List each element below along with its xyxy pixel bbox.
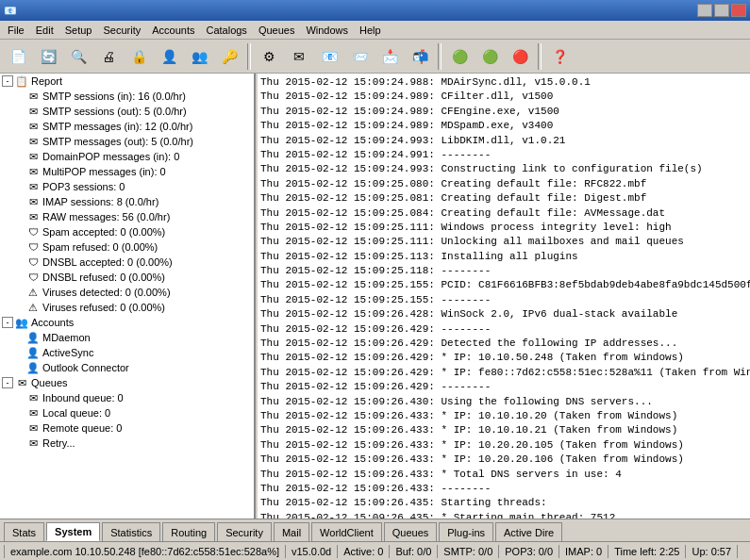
tree-item[interactable]: -📋Report	[0, 74, 254, 89]
tabs-bar: StatsSystemStatisticsRoutingSecurityMail…	[0, 519, 750, 541]
menu-item-windows[interactable]: Windows	[300, 23, 354, 38]
tree-item[interactable]: -👥Accounts	[0, 315, 254, 330]
user-button[interactable]: 👤	[155, 42, 183, 71]
title-icon: 📧	[4, 5, 17, 17]
tree-item[interactable]: ✉SMTP sessions (in): 16 (0.0/hr)	[0, 89, 254, 104]
tree-node-label: DNSBL refused: 0 (0.00%)	[42, 272, 165, 283]
tree-item[interactable]: ✉Inbound queue: 0	[0, 390, 254, 405]
menu-bar: FileEditSetupSecurityAccountsCatalogsQue…	[0, 21, 750, 40]
red-button[interactable]: 🔴	[506, 42, 534, 71]
refresh-button[interactable]: 🔄	[34, 42, 62, 71]
tree-node-icon: ✉	[26, 165, 40, 178]
green2-button[interactable]: 🟢	[475, 42, 504, 71]
tree-item[interactable]: 👤MDaemon	[0, 330, 254, 345]
menu-item-queues[interactable]: Queues	[253, 23, 301, 38]
tab-queues[interactable]: Queues	[384, 522, 438, 541]
new-message-button[interactable]: 📄	[4, 42, 32, 71]
log-line: Thu 2015-02-12 15:09:25.155: PCID: C81F6…	[260, 278, 748, 292]
menu-item-setup[interactable]: Setup	[59, 23, 98, 38]
log-line: Thu 2015-02-12 15:09:25.111: Windows pro…	[260, 221, 748, 235]
tree-node-label: Spam accepted: 0 (0.00%)	[42, 226, 165, 238]
log-line: Thu 2015-02-12 15:09:26.430: Using the f…	[260, 395, 748, 409]
status-smtp: SMTP: 0/0	[438, 545, 499, 558]
minimize-button[interactable]	[697, 4, 712, 17]
help-button[interactable]: ❓	[545, 42, 574, 71]
close-button[interactable]	[731, 4, 746, 17]
tree-node-icon: ✉	[26, 135, 40, 148]
tab-routing[interactable]: Routing	[162, 522, 215, 541]
lock-button[interactable]: 🔒	[125, 42, 153, 71]
tree-item[interactable]: ✉Remote queue: 0	[0, 420, 254, 436]
log-line: Thu 2015-02-12 15:09:24.989: CFEngine.ex…	[260, 105, 748, 119]
email3-button[interactable]: 📨	[345, 42, 374, 71]
tree-node-icon: ✉	[26, 150, 40, 163]
log-line: Thu 2015-02-12 15:09:26.433: * IP: 10.20…	[260, 438, 748, 453]
status-pop3: POP3: 0/0	[499, 545, 559, 558]
menu-item-edit[interactable]: Edit	[30, 23, 59, 38]
tab-mail[interactable]: Mail	[274, 522, 309, 541]
title-text: 📧	[4, 5, 21, 17]
tree-item[interactable]: 🛡Spam refused: 0 (0.00%)	[0, 239, 254, 255]
tab-plug-ins[interactable]: Plug-ins	[439, 522, 493, 541]
tab-stats[interactable]: Stats	[4, 522, 44, 541]
log-panel: Thu 2015-02-12 15:09:24.988: MDAirSync.d…	[258, 74, 750, 519]
email4-button[interactable]: 📩	[375, 42, 404, 71]
tree-node-icon: ✉	[15, 376, 28, 389]
tree-item[interactable]: ✉RAW messages: 56 (0.0/hr)	[0, 209, 254, 224]
tree-item[interactable]: ✉SMTP messages (in): 12 (0.0/hr)	[0, 119, 254, 134]
tree-item[interactable]: -✉Queues	[0, 375, 254, 390]
tree-item[interactable]: ⚠Viruses detected: 0 (0.00%)	[0, 285, 254, 300]
menu-item-catalogs[interactable]: Catalogs	[200, 23, 252, 38]
tab-system[interactable]: System	[46, 522, 100, 541]
sep2	[438, 43, 442, 70]
tree-node-icon: 🛡	[26, 225, 40, 239]
tree-expand-icon[interactable]: -	[2, 317, 13, 328]
tab-worldclient[interactable]: WorldClient	[311, 522, 382, 541]
tree-item[interactable]: ⚠Viruses refused: 0 (0.00%)	[0, 300, 254, 315]
log-line: Thu 2015-02-12 15:09:26.433: * IP: 10.10…	[260, 409, 748, 423]
tree-item[interactable]: 🛡DNSBL refused: 0 (0.00%)	[0, 270, 254, 285]
tree-item[interactable]: ✉Local queue: 0	[0, 405, 254, 420]
settings-button[interactable]: ⚙	[255, 42, 283, 71]
green1-button[interactable]: 🟢	[445, 42, 474, 71]
tree-node-icon: 🛡	[26, 271, 40, 284]
tree-expand-icon[interactable]: -	[2, 377, 13, 388]
tree-node-label: Inbound queue: 0	[42, 392, 124, 404]
tree-item[interactable]: 🛡DNSBL accepted: 0 (0.00%)	[0, 255, 254, 270]
email2-button[interactable]: 📧	[315, 42, 343, 71]
tree-node-icon: 📋	[15, 74, 28, 88]
log-line: Thu 2015-02-12 15:09:24.989: CFilter.dll…	[260, 90, 748, 104]
tree-item[interactable]: ✉SMTP messages (out): 5 (0.0/hr)	[0, 134, 254, 149]
tree-item[interactable]: 👤Outlook Connector	[0, 360, 254, 375]
filter-button[interactable]: 🔍	[64, 42, 92, 71]
email5-button[interactable]: 📬	[406, 42, 434, 71]
tree-item[interactable]: 🛡Spam accepted: 0 (0.00%)	[0, 224, 254, 239]
tree-node-icon: ⚠	[26, 301, 40, 314]
tree-item[interactable]: ✉IMAP sessions: 8 (0.0/hr)	[0, 194, 254, 209]
tab-security[interactable]: Security	[217, 522, 272, 541]
tab-active-dire[interactable]: Active Dire	[495, 522, 562, 541]
tree-node-icon: ✉	[26, 195, 40, 208]
tree-node-label: SMTP sessions (out): 5 (0.0/hr)	[42, 106, 187, 117]
tree-item[interactable]: ✉DomainPOP messages (in): 0	[0, 149, 254, 164]
log-line: Thu 2015-02-12 15:09:26.429: * IP: fe80:…	[260, 366, 748, 380]
log-line: Thu 2015-02-12 15:09:25.118: --------	[260, 264, 748, 278]
group-button[interactable]: 👥	[185, 42, 213, 71]
tree-item[interactable]: ✉MultiPOP messages (in): 0	[0, 164, 254, 179]
print-button[interactable]: 🖨	[94, 42, 123, 71]
menu-item-accounts[interactable]: Accounts	[146, 23, 200, 38]
tree-node-icon: 🛡	[26, 240, 40, 254]
key-button[interactable]: 🔑	[215, 42, 243, 71]
tree-expand-icon[interactable]: -	[2, 75, 13, 87]
menu-item-help[interactable]: Help	[354, 23, 387, 38]
tree-item[interactable]: ✉Retry...	[0, 436, 254, 451]
tree-item[interactable]: 👤ActiveSync	[0, 345, 254, 360]
tree-item[interactable]: ✉SMTP sessions (out): 5 (0.0/hr)	[0, 104, 254, 119]
tab-statistics[interactable]: Statistics	[102, 522, 160, 541]
email-button[interactable]: ✉	[285, 42, 313, 71]
maximize-button[interactable]	[714, 4, 729, 17]
menu-item-security[interactable]: Security	[97, 23, 146, 38]
menu-item-file[interactable]: File	[2, 23, 30, 38]
log-line: Thu 2015-02-12 15:09:25.081: Creating de…	[260, 191, 748, 206]
tree-item[interactable]: ✉POP3 sessions: 0	[0, 179, 254, 194]
